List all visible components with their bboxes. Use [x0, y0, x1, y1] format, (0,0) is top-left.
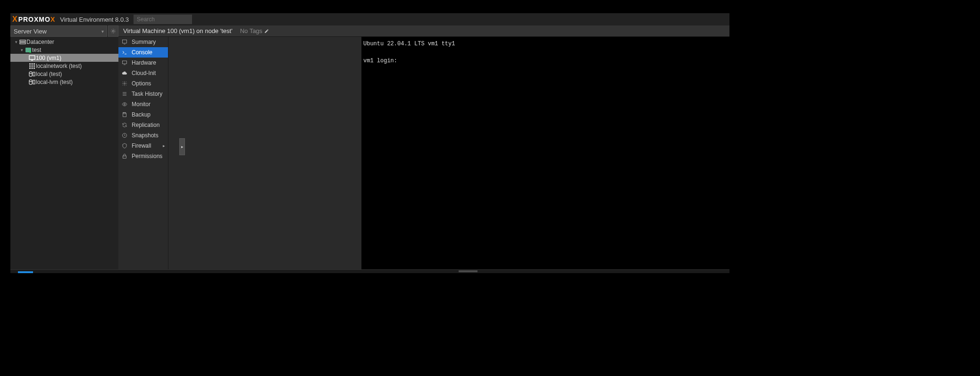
tree-item-storage-local[interactable]: local (test) — [10, 70, 118, 78]
server-view-label: Server View — [14, 28, 47, 35]
eye-icon — [121, 101, 128, 107]
no-tags-label: No Tags — [240, 27, 262, 34]
console-spacer — [168, 37, 361, 270]
tree-item-node[interactable]: ▾ test — [10, 46, 118, 54]
nav-label: Cloud-Init — [132, 70, 156, 76]
nav-cloudinit[interactable]: Cloud-Init — [118, 68, 168, 78]
svg-rect-23 — [123, 156, 126, 159]
svg-point-21 — [124, 104, 126, 105]
network-icon — [28, 63, 36, 69]
tree-twisty-icon: ▾ — [19, 48, 25, 52]
svg-rect-4 — [29, 56, 35, 59]
task-running-indicator — [18, 271, 33, 273]
nav-taskhistory[interactable]: Task History — [118, 89, 168, 99]
tree-label: local-lvm (test) — [36, 79, 73, 85]
svg-point-3 — [29, 51, 31, 53]
tree-label: 100 (vm1) — [36, 55, 61, 61]
nav-hardware[interactable]: Hardware — [118, 58, 168, 68]
svg-rect-18 — [123, 40, 127, 43]
task-log-strip[interactable] — [10, 269, 729, 273]
tree-label: local (test) — [36, 71, 62, 77]
console-line: Ubuntu 22.04.1 LTS vm1 tty1 — [363, 41, 455, 47]
svg-point-14 — [29, 72, 32, 74]
server-icon — [25, 47, 32, 53]
server-view-settings-button[interactable] — [108, 25, 118, 37]
tree-twisty-icon: ▾ — [13, 40, 19, 44]
nav-backup[interactable]: Backup — [118, 109, 168, 120]
tree-item-storage-local-lvm[interactable]: local-lvm (test) — [10, 78, 118, 86]
nav-summary[interactable]: Summary — [118, 37, 168, 47]
search-input[interactable] — [134, 15, 192, 24]
desktop-icon — [121, 60, 128, 66]
console-line: vm1 login: — [363, 58, 397, 64]
cloud-icon — [121, 70, 128, 76]
svg-rect-15 — [33, 72, 35, 76]
subnav-collapse-handle[interactable]: ▸ — [179, 138, 185, 155]
summary-icon — [121, 39, 128, 45]
tree-item-vm[interactable]: 100 (vm1) — [10, 54, 118, 62]
nav-label: Monitor — [132, 101, 151, 108]
resource-tree: ▾ Datacenter ▾ test 100 (vm1) localnetwo… — [10, 37, 118, 270]
svg-rect-19 — [123, 61, 127, 64]
nav-label: Task History — [132, 91, 162, 97]
svg-rect-1 — [20, 42, 25, 44]
svg-rect-6 — [32, 63, 33, 65]
nav-firewall[interactable]: Firewall ▸ — [118, 141, 168, 151]
nav-console[interactable]: Console — [118, 47, 168, 58]
nav-replication[interactable]: Replication — [118, 120, 168, 130]
monitor-icon — [28, 55, 36, 61]
svg-point-16 — [29, 80, 32, 82]
tags-edit-button[interactable]: No Tags — [240, 27, 269, 34]
svg-rect-22 — [124, 113, 126, 114]
svg-rect-12 — [32, 67, 33, 69]
svg-rect-9 — [32, 65, 33, 67]
proxmox-logo: XPROXMOX — [12, 15, 55, 24]
history-icon — [121, 133, 128, 138]
nav-permissions[interactable]: Permissions — [118, 151, 168, 161]
server-view-selector[interactable]: Server View ▾ — [10, 25, 107, 37]
svg-rect-8 — [29, 65, 31, 67]
sync-icon — [121, 122, 128, 128]
svg-rect-10 — [34, 65, 35, 67]
tree-label: localnetwork (test) — [36, 63, 82, 69]
chevron-down-icon: ▾ — [101, 29, 104, 34]
svg-rect-0 — [20, 40, 25, 42]
vm-console[interactable]: Ubuntu 22.04.1 LTS vm1 tty1 vm1 login: — [361, 37, 729, 270]
shield-icon — [121, 143, 128, 149]
breadcrumb-bar: Virtual Machine 100 (vm1) on node 'test'… — [118, 25, 729, 37]
nav-label: Firewall — [132, 142, 151, 149]
lock-icon — [121, 153, 128, 159]
gear-icon — [110, 28, 116, 34]
nav-label: Permissions — [132, 153, 162, 159]
nav-label: Backup — [132, 111, 151, 118]
storage-icon — [28, 71, 36, 77]
svg-rect-5 — [29, 63, 31, 65]
header-bar: XPROXMOX Virtual Environment 8.0.3 — [10, 13, 729, 25]
breadcrumb-title: Virtual Machine 100 (vm1) on node 'test' — [123, 27, 233, 34]
storage-icon — [28, 79, 36, 85]
svg-rect-11 — [29, 67, 31, 69]
task-strip-expand-handle[interactable] — [459, 270, 477, 272]
list-icon — [121, 91, 128, 97]
tree-label: Datacenter — [26, 39, 54, 45]
pencil-icon — [264, 29, 269, 33]
svg-point-20 — [124, 83, 126, 84]
nav-label: Snapshots — [132, 132, 159, 139]
gear-icon — [121, 81, 128, 86]
tree-item-datacenter[interactable]: ▾ Datacenter — [10, 38, 118, 46]
nav-label: Summary — [132, 39, 156, 45]
nav-label: Options — [132, 80, 151, 87]
nav-label: Replication — [132, 122, 159, 128]
svg-rect-7 — [34, 63, 35, 65]
save-icon — [121, 112, 128, 117]
nav-options[interactable]: Options — [118, 78, 168, 89]
datacenter-icon — [19, 40, 26, 44]
nav-label: Hardware — [132, 59, 156, 66]
terminal-icon — [121, 50, 128, 55]
nav-monitor[interactable]: Monitor — [118, 99, 168, 109]
tree-item-network[interactable]: localnetwork (test) — [10, 62, 118, 70]
tree-label: test — [32, 47, 41, 53]
vm-subnav: Summary Console Hardware Cloud-Init — [118, 37, 168, 270]
env-version-label: Virtual Environment 8.0.3 — [60, 16, 129, 23]
nav-snapshots[interactable]: Snapshots — [118, 130, 168, 141]
